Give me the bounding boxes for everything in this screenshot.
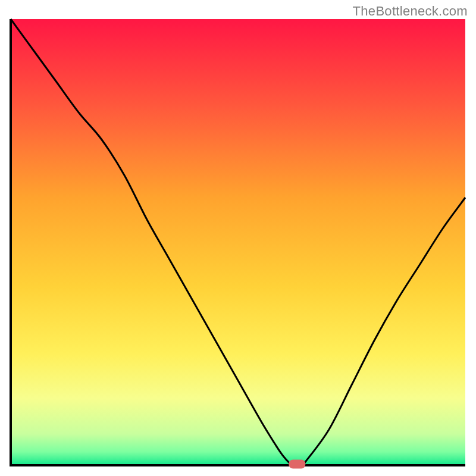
- plot-background: [11, 19, 465, 465]
- chart-svg: [0, 0, 476, 476]
- bottleneck-chart: TheBottleneck.com: [0, 0, 476, 476]
- watermark-text: TheBottleneck.com: [353, 4, 468, 19]
- minimum-marker: [289, 460, 305, 469]
